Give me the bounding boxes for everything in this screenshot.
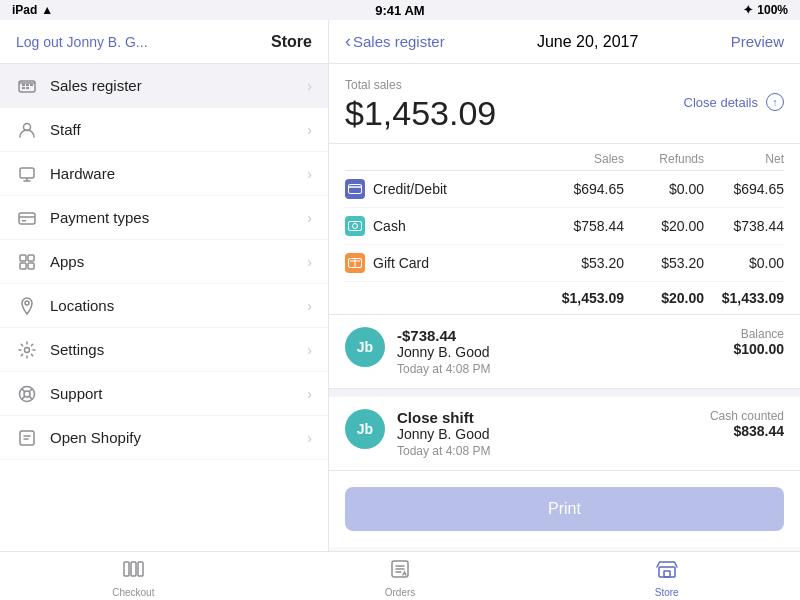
- transaction-details: -$738.44 Jonny B. Good Today at 4:08 PM: [397, 327, 721, 376]
- checkout-icon: [122, 558, 144, 585]
- bluetooth-icon: ✦: [743, 3, 753, 17]
- sidebar-item-payment-types[interactable]: Payment types ›: [0, 196, 328, 240]
- svg-rect-30: [349, 222, 362, 231]
- svg-rect-1: [22, 84, 25, 86]
- sales-table: Sales Refunds Net Credit/Debit: [329, 144, 800, 315]
- table-header: Sales Refunds Net: [345, 144, 784, 171]
- content-area: ‹ Sales register June 20, 2017 Preview T…: [329, 20, 800, 551]
- avatar: Jb: [345, 409, 385, 449]
- col-header-net: Net: [704, 152, 784, 166]
- chevron-icon: ›: [307, 342, 312, 358]
- sidebar-item-support[interactable]: Support ›: [0, 372, 328, 416]
- tab-checkout[interactable]: Checkout: [0, 554, 267, 598]
- shopify-icon: [16, 427, 38, 449]
- svg-point-18: [25, 301, 29, 305]
- orders-tab-label: Orders: [385, 587, 416, 598]
- chevron-icon: ›: [307, 254, 312, 270]
- svg-rect-27: [349, 185, 362, 194]
- sidebar-item-sales-register[interactable]: Sales register ›: [0, 64, 328, 108]
- svg-rect-17: [28, 263, 34, 269]
- col-header-sales: Sales: [544, 152, 624, 166]
- close-shift-title: Close shift: [397, 409, 698, 426]
- sidebar-item-settings[interactable]: Settings ›: [0, 328, 328, 372]
- table-row: Credit/Debit $694.65 $0.00 $694.65: [345, 171, 784, 208]
- credit-sales: $694.65: [544, 181, 624, 197]
- app-container: Log out Jonny B. G... Store: [0, 20, 800, 551]
- svg-rect-5: [30, 84, 33, 86]
- svg-rect-8: [20, 168, 34, 178]
- svg-line-22: [22, 389, 25, 392]
- credit-refunds: $0.00: [624, 181, 704, 197]
- total-empty: [345, 290, 544, 306]
- sidebar-item-label: Hardware: [50, 165, 115, 182]
- svg-point-29: [353, 224, 358, 229]
- sidebar-item-label: Support: [50, 385, 103, 402]
- apps-icon: [16, 251, 38, 273]
- balance-label: Balance: [733, 327, 784, 341]
- transaction-details: Close shift Jonny B. Good Today at 4:08 …: [397, 409, 698, 458]
- logout-button[interactable]: Log out Jonny B. G...: [16, 34, 148, 50]
- svg-rect-4: [26, 87, 29, 89]
- sidebar-header: Log out Jonny B. G... Store: [0, 20, 328, 64]
- back-button[interactable]: ‹ Sales register: [345, 31, 445, 52]
- chevron-left-icon: ‹: [345, 31, 351, 52]
- avatar-initials: Jb: [357, 421, 373, 437]
- chevron-icon: ›: [307, 298, 312, 314]
- sidebar-nav: Sales register › Staff ›: [0, 64, 328, 551]
- settings-icon: [16, 339, 38, 361]
- cash-net: $738.44: [704, 218, 784, 234]
- sidebar-item-apps[interactable]: Apps ›: [0, 240, 328, 284]
- print-button[interactable]: Print: [345, 487, 784, 531]
- avatar: Jb: [345, 327, 385, 367]
- col-header-empty: [345, 152, 544, 166]
- svg-rect-36: [138, 562, 143, 576]
- locations-icon: [16, 295, 38, 317]
- gift-sales: $53.20: [544, 255, 624, 271]
- svg-point-21: [24, 391, 30, 397]
- content-body: Total sales $1,453.09 Close details ↑ Sa…: [329, 64, 800, 551]
- sidebar-item-label: Payment types: [50, 209, 149, 226]
- svg-rect-26: [20, 431, 34, 445]
- sidebar-item-open-shopify[interactable]: Open Shopify ›: [0, 416, 328, 460]
- close-details-icon: ↑: [766, 93, 784, 111]
- svg-rect-16: [20, 263, 26, 269]
- transaction-item: Jb -$738.44 Jonny B. Good Today at 4:08 …: [329, 315, 800, 389]
- close-shift-item: Jb Close shift Jonny B. Good Today at 4:…: [329, 397, 800, 471]
- sidebar-store-title: Store: [271, 33, 312, 51]
- transaction-time: Today at 4:08 PM: [397, 362, 721, 376]
- transaction-right: Cash counted $838.44: [710, 409, 784, 439]
- svg-rect-13: [22, 220, 26, 222]
- sidebar-item-label: Settings: [50, 341, 104, 358]
- svg-rect-35: [131, 562, 136, 576]
- tab-orders[interactable]: Orders: [267, 554, 534, 598]
- total-refunds: $20.00: [624, 290, 704, 306]
- table-total-row: $1,453.09 $20.00 $1,433.09: [345, 282, 784, 314]
- checkout-tab-label: Checkout: [112, 587, 154, 598]
- avatar-initials: Jb: [357, 339, 373, 355]
- orders-icon: [389, 558, 411, 585]
- register-icon: [16, 75, 38, 97]
- svg-line-24: [22, 396, 25, 399]
- col-header-refunds: Refunds: [624, 152, 704, 166]
- preview-button[interactable]: Preview: [731, 33, 784, 50]
- hardware-icon: [16, 163, 38, 185]
- svg-point-19: [25, 347, 30, 352]
- content-header: ‹ Sales register June 20, 2017 Preview: [329, 20, 800, 64]
- close-details-button[interactable]: Close details ↑: [684, 93, 784, 111]
- back-label: Sales register: [353, 33, 445, 50]
- sidebar-item-hardware[interactable]: Hardware ›: [0, 152, 328, 196]
- credit-debit-icon: [345, 179, 365, 199]
- gift-card-icon: [345, 253, 365, 273]
- total-sales-section: Total sales $1,453.09 Close details ↑: [329, 64, 800, 144]
- sidebar-item-staff[interactable]: Staff ›: [0, 108, 328, 152]
- cash-icon: [345, 216, 365, 236]
- chevron-icon: ›: [307, 386, 312, 402]
- transaction-name: Jonny B. Good: [397, 344, 721, 360]
- svg-rect-42: [664, 571, 670, 577]
- store-icon: [656, 558, 678, 585]
- chevron-icon: ›: [307, 122, 312, 138]
- sidebar-item-label: Staff: [50, 121, 81, 138]
- tab-store[interactable]: Store: [533, 554, 800, 598]
- device-label: iPad: [12, 3, 37, 17]
- sidebar-item-locations[interactable]: Locations ›: [0, 284, 328, 328]
